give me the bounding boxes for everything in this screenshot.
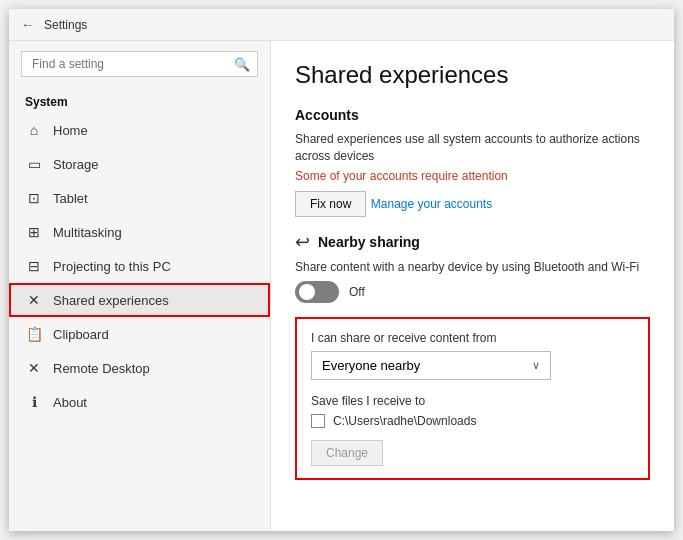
projecting-icon: ⊟ xyxy=(25,257,43,275)
share-label: I can share or receive content from xyxy=(311,331,634,345)
search-input[interactable] xyxy=(21,51,258,77)
sidebar-label-tablet: Tablet xyxy=(53,191,88,206)
attention-text: Some of your accounts require attention xyxy=(295,169,650,183)
sidebar-item-home[interactable]: ⌂ Home xyxy=(9,113,270,147)
dropdown-value: Everyone nearby xyxy=(322,358,420,373)
clipboard-icon: 📋 xyxy=(25,325,43,343)
titlebar: ← Settings xyxy=(9,9,674,41)
nearby-header: ↩ Nearby sharing xyxy=(295,231,650,253)
sidebar-label-storage: Storage xyxy=(53,157,99,172)
search-icon: 🔍 xyxy=(234,57,250,72)
back-button[interactable]: ← xyxy=(21,17,34,32)
everyone-nearby-dropdown[interactable]: Everyone nearby ∨ xyxy=(311,351,551,380)
sidebar-item-multitasking[interactable]: ⊞ Multitasking xyxy=(9,215,270,249)
toggle-knob xyxy=(299,284,315,300)
about-icon: ℹ xyxy=(25,393,43,411)
remote-icon: ✕ xyxy=(25,359,43,377)
sidebar-label-multitasking: Multitasking xyxy=(53,225,122,240)
shared-icon: ✕ xyxy=(25,291,43,309)
share-options-box: I can share or receive content from Ever… xyxy=(295,317,650,480)
sidebar-item-tablet[interactable]: ⊡ Tablet xyxy=(9,181,270,215)
content-area: 🔍 System ⌂ Home ▭ Storage ⊡ Tablet ⊞ Mul… xyxy=(9,41,674,531)
fix-now-button[interactable]: Fix now xyxy=(295,191,366,217)
sidebar-label-shared: Shared experiences xyxy=(53,293,169,308)
save-files-label: Save files I receive to xyxy=(311,394,634,408)
sidebar-section-label: System xyxy=(9,87,270,113)
manage-accounts-link[interactable]: Manage your accounts xyxy=(371,197,492,211)
sidebar-label-remote: Remote Desktop xyxy=(53,361,150,376)
tablet-icon: ⊡ xyxy=(25,189,43,207)
main-content: Shared experiences Accounts Shared exper… xyxy=(271,41,674,531)
nearby-sharing-icon: ↩ xyxy=(295,231,310,253)
sidebar-label-clipboard: Clipboard xyxy=(53,327,109,342)
multitasking-icon: ⊞ xyxy=(25,223,43,241)
page-title: Shared experiences xyxy=(295,61,650,89)
dropdown-arrow-icon: ∨ xyxy=(532,359,540,372)
settings-window: ← Settings 🔍 System ⌂ Home ▭ Storage ⊡ T… xyxy=(9,9,674,531)
sidebar-label-about: About xyxy=(53,395,87,410)
nearby-description: Share content with a nearby device by us… xyxy=(295,259,650,276)
change-button[interactable]: Change xyxy=(311,440,383,466)
sidebar-item-projecting[interactable]: ⊟ Projecting to this PC xyxy=(9,249,270,283)
search-container: 🔍 xyxy=(21,51,258,77)
file-path-row: C:\Users\radhe\Downloads xyxy=(311,414,634,428)
file-path-text: C:\Users\radhe\Downloads xyxy=(333,414,476,428)
sidebar-item-about[interactable]: ℹ About xyxy=(9,385,270,419)
sidebar-item-shared[interactable]: ✕ Shared experiences xyxy=(9,283,270,317)
nearby-toggle[interactable] xyxy=(295,281,339,303)
sidebar-label-home: Home xyxy=(53,123,88,138)
nearby-title: Nearby sharing xyxy=(318,234,420,250)
sidebar: 🔍 System ⌂ Home ▭ Storage ⊡ Tablet ⊞ Mul… xyxy=(9,41,271,531)
home-icon: ⌂ xyxy=(25,121,43,139)
sidebar-item-clipboard[interactable]: 📋 Clipboard xyxy=(9,317,270,351)
accounts-section-title: Accounts xyxy=(295,107,650,123)
sidebar-item-storage[interactable]: ▭ Storage xyxy=(9,147,270,181)
folder-icon xyxy=(311,414,325,428)
sidebar-item-remote[interactable]: ✕ Remote Desktop xyxy=(9,351,270,385)
toggle-label: Off xyxy=(349,285,365,299)
sidebar-label-projecting: Projecting to this PC xyxy=(53,259,171,274)
accounts-description: Shared experiences use all system accoun… xyxy=(295,131,650,165)
window-title: Settings xyxy=(44,18,87,32)
storage-icon: ▭ xyxy=(25,155,43,173)
toggle-row: Off xyxy=(295,281,650,303)
